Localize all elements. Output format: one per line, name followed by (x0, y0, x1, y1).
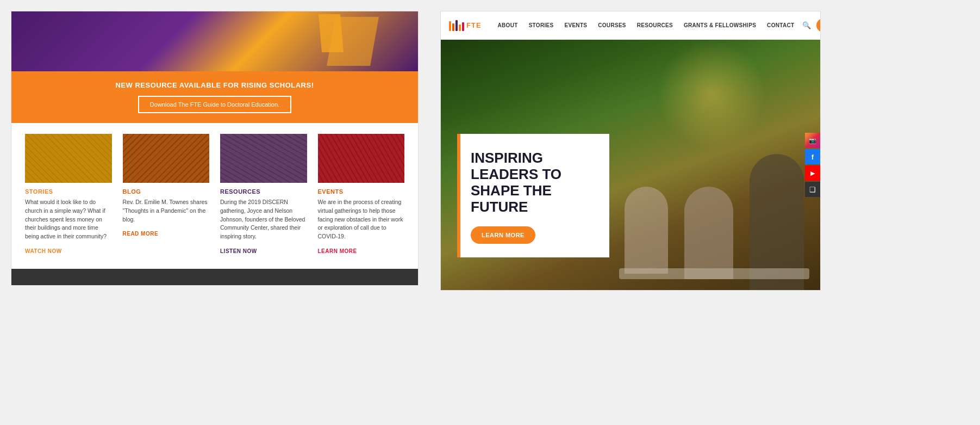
events-link[interactable]: LEARN MORE (318, 248, 357, 254)
stories-category: STORIES (25, 188, 112, 195)
hero-title: INSPIRING LEADERS TO SHAPE THE FUTURE (471, 150, 596, 215)
events-category: EVENTS (318, 188, 405, 195)
events-image (318, 134, 405, 183)
hero-image (11, 11, 418, 71)
hero-section: INSPIRING LEADERS TO SHAPE THE FUTURE LE… (441, 40, 820, 290)
events-text: We are in the process of creating virtua… (318, 198, 405, 241)
logo-bar-2 (452, 23, 454, 31)
blog-text: Rev. Dr. Emilie M. Townes shares "Though… (123, 198, 210, 224)
blog-card: BLOG Rev. Dr. Emilie M. Townes shares "T… (117, 134, 215, 261)
logo-bars (449, 20, 464, 31)
blog-image (123, 134, 210, 183)
instagram-icon[interactable]: 📷 (805, 133, 820, 148)
logo-bar-3 (455, 20, 458, 31)
nav-resources[interactable]: RESOURCES (632, 22, 678, 28)
stories-text: What would it look like to do church in … (25, 198, 112, 241)
banner-title: NEW RESOURCE AVAILABLE FOR RISING SCHOLA… (22, 81, 407, 89)
left-panel: NEW RESOURCE AVAILABLE FOR RISING SCHOLA… (11, 11, 419, 286)
logo-bar-4 (459, 24, 461, 31)
blog-category: BLOG (123, 188, 210, 195)
nav-courses[interactable]: COURSES (592, 22, 632, 28)
stories-link[interactable]: WATCH NOW (25, 248, 62, 254)
table-surface (619, 268, 809, 279)
hero-accent-bar (457, 134, 460, 257)
logo-bar-1 (449, 21, 451, 31)
youtube-icon[interactable]: ▶ (805, 165, 820, 181)
nav-grants[interactable]: GRANTS & FELLOWSHIPS (678, 22, 761, 28)
person-silhouette-1 (625, 187, 668, 274)
hero-content-box: INSPIRING LEADERS TO SHAPE THE FUTURE LE… (457, 134, 609, 257)
resources-link[interactable]: LISTEN NOW (220, 248, 257, 254)
facebook-icon[interactable]: f (805, 149, 820, 164)
resources-card: RESOURCES During the 2019 DISCERN gather… (215, 134, 313, 261)
download-button[interactable]: Download The FTE Guide to Doctoral Educa… (138, 96, 291, 113)
learn-more-button[interactable]: LEARN MORE (471, 226, 535, 244)
nav-stories[interactable]: STORIES (523, 22, 559, 28)
nav-events[interactable]: EVENTS (559, 22, 592, 28)
nav-links: ABOUT STORIES EVENTS COURSES RESOURCES G… (492, 22, 800, 28)
resources-text: During the 2019 DISCERN gathering, Joyce… (220, 198, 307, 241)
search-icon[interactable]: 🔍 (802, 21, 811, 30)
stories-image (25, 134, 112, 183)
logo[interactable]: FTE (449, 20, 482, 31)
nav-contact[interactable]: CONTACT (761, 22, 800, 28)
bottom-strip (11, 269, 418, 285)
resources-image (220, 134, 307, 183)
banner-section: NEW RESOURCE AVAILABLE FOR RISING SCHOLA… (11, 71, 418, 123)
person-silhouette-2 (684, 187, 733, 279)
social-icons: 📷 f ▶ ❑ (805, 133, 820, 197)
other-social-icon[interactable]: ❑ (805, 182, 820, 197)
blog-link[interactable]: READ MORE (123, 231, 159, 237)
logo-text: FTE (466, 21, 482, 29)
hero-people-area (603, 138, 820, 290)
resources-category: RESOURCES (220, 188, 307, 195)
cards-section: STORIES What would it look like to do ch… (11, 123, 418, 269)
logo-bar-5 (462, 22, 464, 31)
stories-card: STORIES What would it look like to do ch… (20, 134, 117, 261)
right-panel: FTE ABOUT STORIES EVENTS COURSES RESOURC… (440, 11, 821, 291)
navbar: FTE ABOUT STORIES EVENTS COURSES RESOURC… (441, 11, 820, 40)
nav-about[interactable]: ABOUT (492, 22, 523, 28)
sunlight-effect (657, 40, 766, 149)
give-button[interactable]: GIVE (816, 19, 821, 32)
events-card: EVENTS We are in the process of creating… (313, 134, 410, 261)
